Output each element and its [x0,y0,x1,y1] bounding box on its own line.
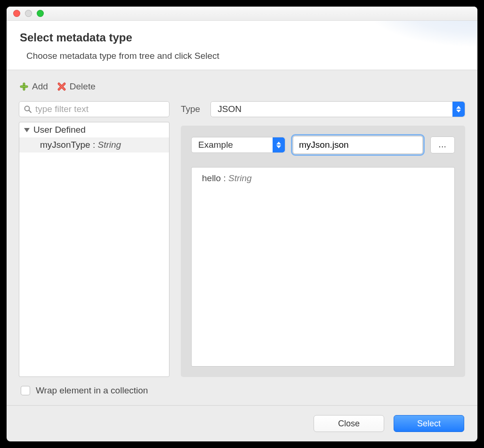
dialog-title: Select metadata type [20,31,464,44]
select-button[interactable]: Select [394,415,464,432]
wrap-checkbox[interactable] [21,386,30,395]
svg-rect-1 [20,86,28,88]
left-column: User Defined myJsonType : String [19,101,169,377]
metadata-tree[interactable]: User Defined myJsonType : String [19,122,169,377]
add-button-label: Add [32,81,48,92]
tree-item-name: myJsonType [40,140,90,150]
tree-item[interactable]: myJsonType : String [19,137,169,152]
type-label: Type [181,104,200,114]
dialog-subtitle: Choose metadata type from tree and click… [26,51,464,61]
dialog-body: Add Delete [7,70,477,405]
dialog-window: Select metadata type Choose metadata typ… [7,7,477,441]
tree-group[interactable]: User Defined [19,122,169,137]
toolbar: Add Delete [19,81,465,92]
example-row: Example ... [191,136,455,154]
select-stepper-icon [452,102,465,117]
filter-field-wrap [19,101,169,117]
type-select-value: JSON [218,104,242,114]
svg-line-3 [29,111,32,113]
tree-item-type: String [98,140,121,150]
example-mode-value: Example [198,140,233,150]
preview-item-name: hello [202,173,221,183]
type-row: Type JSON [181,101,465,117]
dialog-header: Select metadata type Choose metadata typ… [7,21,477,70]
schema-preview: hello : String [191,167,455,367]
window-minimize-icon [25,10,32,17]
preview-item-type: String [228,173,252,183]
delete-button-label: Delete [70,81,96,92]
close-button[interactable]: Close [314,415,384,432]
add-button[interactable]: Add [19,81,48,92]
delete-button[interactable]: Delete [56,81,96,92]
dialog-footer: Close Select [7,405,477,441]
tree-group-label: User Defined [33,125,86,135]
example-file-input[interactable] [293,136,423,154]
window-close-icon[interactable] [13,10,20,17]
search-icon [24,105,32,113]
window-zoom-icon[interactable] [37,10,44,17]
plus-icon [19,81,29,92]
config-panel: Example ... hello : String [181,126,465,377]
wrap-row: Wrap element in a collection [19,377,465,400]
delete-icon [56,81,67,92]
type-select[interactable]: JSON [210,101,465,117]
example-mode-select[interactable]: Example [191,137,285,153]
right-column: Type JSON Example [181,101,465,377]
titlebar [7,7,477,21]
chevron-down-icon [24,128,30,132]
filter-input[interactable] [19,101,169,117]
wrap-label: Wrap element in a collection [36,385,148,396]
browse-button[interactable]: ... [430,136,455,153]
preview-item: hello : String [202,173,444,184]
select-stepper-icon [273,137,285,152]
main-area: User Defined myJsonType : String Type JS… [19,101,465,377]
